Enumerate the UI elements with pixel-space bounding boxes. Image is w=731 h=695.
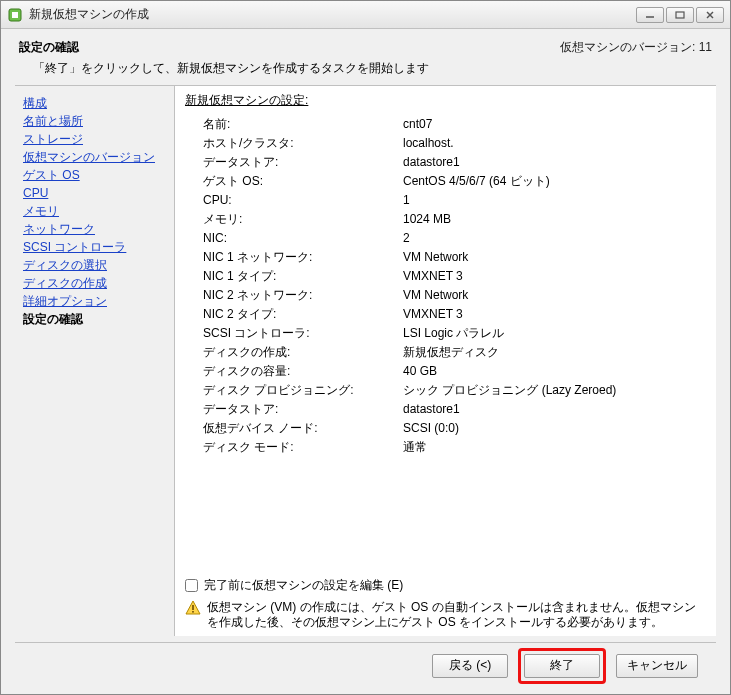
- sidebar-step-link[interactable]: SCSI コントローラ: [23, 238, 170, 256]
- settings-row: NIC 2 タイプ:VMXNET 3: [203, 305, 706, 324]
- settings-label: ホスト/クラスタ:: [203, 134, 403, 153]
- settings-panel: 新規仮想マシンの設定: 名前:cnt07ホスト/クラスタ:localhost.デ…: [175, 86, 716, 636]
- settings-value: 40 GB: [403, 362, 706, 381]
- settings-row: メモリ:1024 MB: [203, 210, 706, 229]
- settings-label: ゲスト OS:: [203, 172, 403, 191]
- settings-row: ディスク モード:通常: [203, 438, 706, 457]
- settings-label: CPU:: [203, 191, 403, 210]
- settings-row: NIC 1 タイプ:VMXNET 3: [203, 267, 706, 286]
- vm-version-label: 仮想マシンのバージョン: 11: [560, 39, 712, 56]
- sidebar-step-link[interactable]: CPU: [23, 184, 170, 202]
- settings-label: NIC:: [203, 229, 403, 248]
- sidebar-step-link[interactable]: ディスクの選択: [23, 256, 170, 274]
- svg-rect-3: [676, 12, 684, 18]
- settings-value: datastore1: [403, 153, 706, 172]
- svg-rect-7: [192, 605, 194, 610]
- settings-heading: 新規仮想マシンの設定:: [185, 92, 706, 109]
- back-button[interactable]: 戻る (<): [432, 654, 508, 678]
- settings-label: 仮想デバイス ノード:: [203, 419, 403, 438]
- app-icon: [7, 7, 23, 23]
- settings-value: LSI Logic パラレル: [403, 324, 706, 343]
- settings-label: NIC 1 タイプ:: [203, 267, 403, 286]
- settings-label: ディスク モード:: [203, 438, 403, 457]
- minimize-button[interactable]: [636, 7, 664, 23]
- sidebar-step-link[interactable]: メモリ: [23, 202, 170, 220]
- maximize-button[interactable]: [666, 7, 694, 23]
- settings-row: ゲスト OS:CentOS 4/5/6/7 (64 ビット): [203, 172, 706, 191]
- finish-button-highlight: 終了: [518, 648, 606, 684]
- edit-before-complete-checkbox[interactable]: [185, 579, 198, 592]
- settings-row: NIC:2: [203, 229, 706, 248]
- sidebar-step-link[interactable]: ディスクの作成: [23, 274, 170, 292]
- settings-row: ディスク プロビジョニング:シック プロビジョニング (Lazy Zeroed): [203, 381, 706, 400]
- vm-wizard-window: 新規仮想マシンの作成 設定の確認 仮想マシンのバージョン: 11 「終了」をクリ…: [0, 0, 731, 695]
- settings-value: VMXNET 3: [403, 267, 706, 286]
- settings-row: ホスト/クラスタ:localhost.: [203, 134, 706, 153]
- settings-row: データストア:datastore1: [203, 153, 706, 172]
- settings-row: 仮想デバイス ノード:SCSI (0:0): [203, 419, 706, 438]
- settings-value: datastore1: [403, 400, 706, 419]
- warning-row: 仮想マシン (VM) の作成には、ゲスト OS の自動インストールは含まれません…: [185, 600, 706, 630]
- page-subtitle: 「終了」をクリックして、新規仮想マシンを作成するタスクを開始します: [33, 60, 712, 77]
- settings-value: 新規仮想ディスク: [403, 343, 706, 362]
- settings-label: ディスク プロビジョニング:: [203, 381, 403, 400]
- settings-value: VMXNET 3: [403, 305, 706, 324]
- button-bar: 戻る (<) 終了 キャンセル: [15, 642, 716, 688]
- edit-before-complete-row: 完了前に仮想マシンの設定を編集 (E): [185, 577, 706, 594]
- sidebar-step-link[interactable]: 名前と場所: [23, 112, 170, 130]
- settings-value: CentOS 4/5/6/7 (64 ビット): [403, 172, 706, 191]
- settings-row: NIC 2 ネットワーク:VM Network: [203, 286, 706, 305]
- settings-label: データストア:: [203, 400, 403, 419]
- settings-row: SCSI コントローラ:LSI Logic パラレル: [203, 324, 706, 343]
- settings-value: 通常: [403, 438, 706, 457]
- sidebar-step-link[interactable]: 詳細オプション: [23, 292, 170, 310]
- window-title: 新規仮想マシンの作成: [29, 6, 636, 23]
- settings-row: CPU:1: [203, 191, 706, 210]
- edit-before-complete-label: 完了前に仮想マシンの設定を編集 (E): [204, 577, 403, 594]
- cancel-button[interactable]: キャンセル: [616, 654, 698, 678]
- settings-value: 2: [403, 229, 706, 248]
- wizard-sidebar: 構成名前と場所ストレージ仮想マシンのバージョンゲスト OSCPUメモリネットワー…: [15, 86, 175, 636]
- sidebar-step-current: 設定の確認: [23, 310, 170, 328]
- settings-label: NIC 1 ネットワーク:: [203, 248, 403, 267]
- svg-rect-1: [12, 12, 18, 18]
- settings-value: 1: [403, 191, 706, 210]
- settings-row: ディスクの作成:新規仮想ディスク: [203, 343, 706, 362]
- warning-icon: [185, 600, 201, 616]
- settings-value: シック プロビジョニング (Lazy Zeroed): [403, 381, 706, 400]
- settings-label: データストア:: [203, 153, 403, 172]
- page-title: 設定の確認: [19, 39, 79, 56]
- settings-value: VM Network: [403, 248, 706, 267]
- warning-text: 仮想マシン (VM) の作成には、ゲスト OS の自動インストールは含まれません…: [207, 600, 706, 630]
- titlebar: 新規仮想マシンの作成: [1, 1, 730, 29]
- sidebar-step-link[interactable]: ゲスト OS: [23, 166, 170, 184]
- sidebar-step-link[interactable]: ストレージ: [23, 130, 170, 148]
- wizard-header: 設定の確認 仮想マシンのバージョン: 11 「終了」をクリックして、新規仮想マシ…: [1, 29, 730, 85]
- settings-label: SCSI コントローラ:: [203, 324, 403, 343]
- settings-label: ディスクの容量:: [203, 362, 403, 381]
- settings-value: 1024 MB: [403, 210, 706, 229]
- window-controls: [636, 7, 724, 23]
- settings-row: ディスクの容量:40 GB: [203, 362, 706, 381]
- settings-value: VM Network: [403, 286, 706, 305]
- close-button[interactable]: [696, 7, 724, 23]
- sidebar-step-link[interactable]: 仮想マシンのバージョン: [23, 148, 170, 166]
- sidebar-step-link[interactable]: 構成: [23, 94, 170, 112]
- settings-value: localhost.: [403, 134, 706, 153]
- settings-row: データストア:datastore1: [203, 400, 706, 419]
- settings-row: 名前:cnt07: [203, 115, 706, 134]
- settings-label: 名前:: [203, 115, 403, 134]
- settings-label: NIC 2 ネットワーク:: [203, 286, 403, 305]
- settings-label: ディスクの作成:: [203, 343, 403, 362]
- settings-label: NIC 2 タイプ:: [203, 305, 403, 324]
- settings-row: NIC 1 ネットワーク:VM Network: [203, 248, 706, 267]
- settings-value: SCSI (0:0): [403, 419, 706, 438]
- settings-list: 名前:cnt07ホスト/クラスタ:localhost.データストア:datast…: [185, 111, 706, 565]
- settings-label: メモリ:: [203, 210, 403, 229]
- finish-button[interactable]: 終了: [524, 654, 600, 678]
- sidebar-step-link[interactable]: ネットワーク: [23, 220, 170, 238]
- settings-value: cnt07: [403, 115, 706, 134]
- svg-rect-8: [192, 611, 194, 613]
- content-area: 構成名前と場所ストレージ仮想マシンのバージョンゲスト OSCPUメモリネットワー…: [15, 85, 716, 636]
